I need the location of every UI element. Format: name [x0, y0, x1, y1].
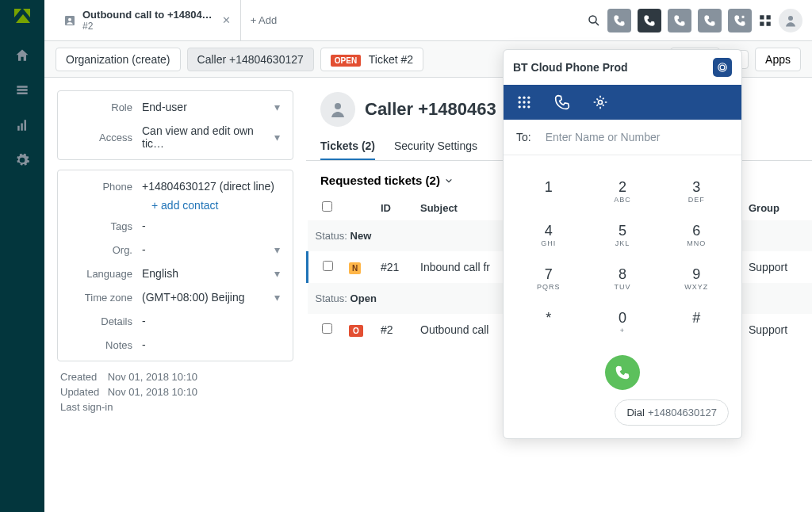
- row-checkbox[interactable]: [323, 261, 333, 271]
- dial-input[interactable]: [546, 131, 729, 143]
- svg-point-11: [523, 97, 525, 99]
- dial-suggestion[interactable]: Dial +14804630127: [615, 399, 729, 426]
- add-tab[interactable]: + Add: [241, 0, 287, 40]
- phone-icon-1[interactable]: [607, 9, 631, 32]
- dialer-toolbar: [504, 85, 741, 120]
- role-card: Role End-user ▾ Access Can view and edit…: [57, 90, 293, 160]
- user-icon: [63, 14, 76, 27]
- key-1[interactable]: 1: [511, 170, 585, 213]
- select-all-checkbox[interactable]: [322, 201, 332, 212]
- svg-point-15: [527, 101, 530, 103]
- caller-avatar-icon: [320, 92, 355, 127]
- caller-name: Caller +1480463: [365, 99, 496, 120]
- chevron-down-icon: ▾: [274, 101, 280, 113]
- col-group: Group: [741, 195, 812, 220]
- global-nav: [0, 0, 44, 512]
- svg-point-1: [68, 17, 71, 21]
- dialer-panel: BT Cloud Phone Prod To: 1 2ABC 3DEF 4GHI…: [503, 49, 742, 439]
- admin-icon[interactable]: [14, 152, 30, 168]
- tab-title-line1: Outbound call to +14804…: [82, 9, 213, 21]
- org-pill[interactable]: Organization (create): [56, 48, 181, 71]
- key-4[interactable]: 4GHI: [511, 213, 585, 257]
- svg-point-10: [519, 97, 521, 99]
- search-icon[interactable]: [587, 13, 601, 28]
- key-5[interactable]: 5JKL: [585, 213, 659, 257]
- svg-rect-5: [760, 21, 764, 25]
- avatar[interactable]: [779, 9, 802, 32]
- key-hash[interactable]: #: [660, 300, 733, 344]
- svg-point-16: [519, 105, 521, 108]
- org-field[interactable]: Org. - ▾: [71, 243, 280, 256]
- ticket-pill[interactable]: OPEN Ticket #2: [320, 48, 423, 71]
- key-star[interactable]: *: [511, 300, 585, 344]
- tab-title-line2: #2: [82, 21, 213, 32]
- col-id: ID: [373, 195, 412, 220]
- details-panel: Role End-user ▾ Access Can view and edit…: [44, 78, 306, 512]
- open-badge: OPEN: [331, 55, 361, 67]
- phone-icon-4[interactable]: [698, 9, 722, 32]
- phone-icon-3[interactable]: [668, 9, 691, 32]
- key-6[interactable]: 6MNO: [660, 213, 733, 257]
- status-badge-new: N: [349, 262, 361, 274]
- status-badge-open: O: [349, 325, 363, 337]
- dialer-logo-icon: [713, 58, 732, 77]
- chevron-down-icon: ▾: [274, 243, 280, 256]
- keypad-icon[interactable]: [516, 94, 532, 110]
- tags-field: Tags -: [71, 220, 280, 232]
- timezone-field[interactable]: Time zone (GMT+08:00) Beijing ▾: [71, 291, 280, 304]
- svg-point-13: [519, 101, 521, 103]
- svg-point-2: [589, 16, 596, 23]
- row-checkbox[interactable]: [322, 323, 332, 334]
- home-icon[interactable]: [14, 48, 30, 63]
- apps-button[interactable]: Apps: [755, 48, 801, 71]
- active-tab[interactable]: Outbound call to +14804… #2 ✕: [54, 0, 241, 40]
- contact-card: Phone +14804630127 (direct line) + add c…: [57, 170, 293, 361]
- language-field[interactable]: Language English ▾: [71, 267, 280, 280]
- caller-pill[interactable]: Caller +14804630127: [187, 48, 314, 71]
- settings-icon[interactable]: [592, 94, 608, 110]
- svg-point-12: [527, 97, 530, 99]
- tab-bar: Outbound call to +14804… #2 ✕ + Add: [44, 0, 812, 41]
- tab-security[interactable]: Security Settings: [394, 139, 477, 160]
- tab-tickets[interactable]: Tickets (2): [320, 139, 375, 160]
- key-0[interactable]: 0+: [585, 300, 659, 344]
- add-contact-link[interactable]: + add contact: [151, 199, 280, 212]
- svg-point-19: [599, 101, 603, 105]
- meta-block: Created Nov 01, 2018 10:10 Updated Nov 0…: [57, 371, 293, 416]
- chevron-down-icon: ▾: [274, 267, 280, 280]
- reporting-icon[interactable]: [14, 117, 30, 133]
- key-7[interactable]: 7PQRS: [511, 257, 585, 300]
- access-field[interactable]: Access Can view and edit own tic… ▾: [71, 124, 280, 150]
- apps-grid-icon[interactable]: [758, 13, 772, 28]
- zendesk-logo-icon: [13, 6, 32, 25]
- dialer-header: BT Cloud Phone Prod: [504, 50, 741, 85]
- svg-point-17: [523, 105, 525, 108]
- key-2[interactable]: 2ABC: [585, 170, 659, 213]
- svg-point-9: [718, 63, 727, 72]
- details-field: Details -: [71, 315, 280, 327]
- dial-to-row: To:: [504, 120, 741, 155]
- svg-point-7: [788, 16, 793, 21]
- call-button[interactable]: [605, 355, 640, 390]
- close-tab-icon[interactable]: ✕: [222, 14, 231, 26]
- keypad: 1 2ABC 3DEF 4GHI 5JKL 6MNO 7PQRS 8TUV 9W…: [504, 155, 741, 350]
- chevron-down-icon: ▾: [274, 131, 280, 143]
- key-9[interactable]: 9WXYZ: [660, 257, 733, 300]
- key-3[interactable]: 3DEF: [660, 170, 733, 213]
- chevron-down-icon: [445, 177, 453, 185]
- calls-icon[interactable]: [554, 94, 570, 110]
- chevron-down-icon: ▾: [274, 291, 280, 304]
- views-icon[interactable]: [14, 82, 30, 98]
- role-field[interactable]: Role End-user ▾: [71, 101, 280, 113]
- svg-rect-6: [767, 21, 771, 25]
- svg-point-14: [523, 101, 525, 103]
- svg-point-8: [335, 103, 341, 109]
- svg-rect-4: [767, 15, 771, 19]
- phone-icon-5[interactable]: [728, 9, 752, 32]
- phone-icon-2-active[interactable]: [638, 9, 661, 32]
- svg-rect-3: [760, 15, 764, 19]
- key-8[interactable]: 8TUV: [585, 257, 659, 300]
- phone-field: Phone +14804630127 (direct line): [71, 180, 280, 193]
- svg-point-18: [527, 105, 530, 108]
- notes-field: Notes -: [71, 338, 280, 351]
